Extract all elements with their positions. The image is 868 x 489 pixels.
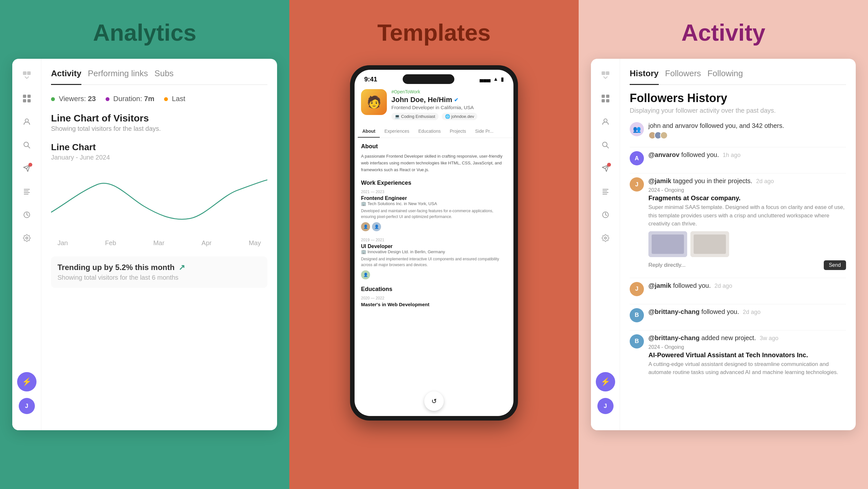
act-logo-icon[interactable] — [599, 68, 612, 82]
brittany-time: 2d ago — [743, 309, 761, 315]
nav-search-icon[interactable] — [20, 138, 34, 152]
lightning-button[interactable]: ⚡ — [17, 372, 36, 392]
activity-main: History Followers Following Followers Hi… — [620, 59, 856, 430]
act-send-icon[interactable] — [599, 161, 612, 175]
svg-rect-0 — [23, 71, 27, 75]
profile-tags: 💻 Coding Enthusiast 🌐 johndoe.dev — [392, 113, 507, 120]
trend-section: Trending up by 5.2% this month ↗ Showing… — [51, 256, 268, 288]
trend-title: Trending up by 5.2% this month ↗ — [58, 263, 261, 272]
nav-person-icon[interactable] — [20, 115, 34, 128]
phone-frame: 9:41 ▄▄▄ ▲ ▮ 🧑 #OpenToWork John Doe, He/… — [350, 65, 518, 421]
signal-icon: ▄▄▄ — [479, 76, 491, 82]
nav-educations[interactable]: Educations — [414, 125, 445, 137]
tab-performing[interactable]: Performing links — [88, 68, 148, 81]
svg-rect-14 — [606, 95, 609, 98]
tab-followers[interactable]: Followers — [665, 68, 701, 81]
analytics-card: ⚡ J Activity Performing links Subs Viewe… — [12, 59, 277, 430]
project-img-1 — [648, 231, 687, 257]
project2-period: 2024 - Ongoing — [648, 344, 846, 350]
brittany2-name: @brittany-chang — [648, 334, 700, 341]
user-avatar[interactable]: J — [19, 398, 35, 414]
act-clock-icon[interactable] — [599, 208, 612, 221]
act-grid-icon[interactable] — [599, 92, 612, 105]
tab-following[interactable]: Following — [708, 68, 743, 81]
trend-subtitle: Showing total visitors for the last 6 mo… — [58, 274, 261, 281]
svg-rect-15 — [601, 99, 605, 102]
jamik-action: tagged you in their projects. — [673, 177, 752, 184]
nav-grid-icon[interactable] — [20, 92, 34, 105]
nav-send-icon[interactable] — [20, 161, 34, 175]
tab-subs[interactable]: Subs — [154, 68, 174, 81]
nav-settings-icon[interactable] — [20, 231, 34, 245]
x-feb: Feb — [105, 239, 116, 247]
tab-history[interactable]: History — [630, 68, 659, 85]
svg-rect-1 — [27, 71, 31, 75]
phone-wrapper: 9:41 ▄▄▄ ▲ ▮ 🧑 #OpenToWork John Doe, He/… — [350, 65, 518, 421]
divider-4 — [630, 304, 846, 304]
activity-item-group: 👥 john and anvarov followed you, and 342… — [630, 122, 846, 139]
act-feed-icon[interactable] — [599, 185, 612, 198]
edu-period: 2020 — 2022 — [361, 296, 507, 300]
project1-period: 2024 - Ongoing — [648, 187, 846, 193]
wifi-icon: ▲ — [493, 76, 498, 82]
act-settings-icon[interactable] — [599, 231, 612, 245]
anvarov-avatar: A — [630, 151, 644, 165]
job1-company: 🏢 Tech Solutions Inc. in New York, USA — [361, 201, 507, 206]
verified-icon: ✔ — [454, 97, 458, 103]
nav-clock-icon[interactable] — [20, 208, 34, 221]
templates-panel: Templates 9:41 ▄▄▄ ▲ ▮ 🧑 #O — [289, 0, 579, 489]
group-follow-message: john and anvarov followed you, and 342 o… — [648, 122, 846, 129]
tab-activity[interactable]: Activity — [51, 68, 82, 85]
analytics-sidebar: ⚡ J — [12, 59, 41, 430]
phone-content: About A passionate Frontend Developer sk… — [354, 138, 514, 416]
anvarov-time: 1h ago — [723, 152, 740, 158]
sidebar-bottom: ⚡ J — [17, 372, 36, 421]
x-axis-labels: Jan Feb Mar Apr May — [51, 239, 268, 247]
analytics-panel: Analytics — [0, 0, 289, 489]
profile-role: Frontend Developer in California, USA — [392, 105, 507, 110]
about-text: A passionate Frontend Developer skilled … — [361, 153, 507, 173]
nav-experiences[interactable]: Experiences — [380, 125, 414, 137]
brittany-avatar: B — [630, 308, 644, 322]
svg-rect-16 — [606, 99, 609, 102]
profile-nav: About Experiences Educations Projects Si… — [354, 125, 514, 138]
collab-avatar-1: 👤 — [361, 222, 370, 231]
brittany2-time: 3w ago — [760, 335, 779, 341]
status-icons: ▄▄▄ ▲ ▮ — [479, 76, 504, 82]
svg-line-19 — [607, 146, 609, 148]
jamik-name: @jamik — [648, 177, 671, 184]
phone-footer-btn[interactable]: ↺ — [424, 392, 444, 411]
nav-about[interactable]: About — [358, 125, 380, 137]
jamik-follow-avatar: J — [630, 282, 644, 296]
viewers-dot — [51, 97, 55, 101]
nav-side[interactable]: Side Pr... — [470, 125, 498, 137]
reply-input[interactable] — [648, 262, 820, 268]
nav-logo-icon[interactable] — [20, 68, 34, 82]
duration-dot — [105, 97, 110, 101]
job2-company: 🏢 Innovative Design Ltd. in Berlin, Germ… — [361, 249, 507, 254]
svg-line-8 — [28, 146, 30, 148]
nav-feed-icon[interactable] — [20, 185, 34, 198]
act-search-icon[interactable] — [599, 138, 612, 152]
project2-name: AI-Powered Virtual Assistant at Tech Inn… — [648, 352, 846, 359]
templates-title: Templates — [377, 20, 491, 46]
job2-avatars: 👤 — [361, 270, 507, 279]
trend-arrow-icon: ↗ — [179, 263, 185, 272]
work-title: Work Experiences — [361, 180, 507, 186]
reply-row: Send — [648, 260, 846, 270]
nav-projects[interactable]: Projects — [445, 125, 471, 137]
act-user-avatar[interactable]: J — [597, 398, 614, 414]
edu-title: Educations — [361, 286, 507, 293]
job1-title: Frontend Engineer — [361, 195, 507, 201]
mini-av-3 — [660, 131, 668, 139]
edu-section: Educations 2020 — 2022 Master's in Web D… — [361, 286, 507, 307]
send-button[interactable]: Send — [824, 260, 846, 270]
act-lightning-button[interactable]: ⚡ — [596, 372, 615, 392]
anvarov-action: followed you. — [681, 151, 719, 158]
activity-item-brittany: B @brittany-chang followed you. 2d ago — [630, 308, 846, 322]
act-person-icon[interactable] — [599, 115, 612, 128]
tag-coding: 💻 Coding Enthusiast — [392, 113, 438, 120]
svg-point-21 — [604, 237, 607, 239]
svg-rect-5 — [27, 99, 31, 102]
project2-desc: A cutting-edge virtual assistant designe… — [648, 360, 846, 376]
